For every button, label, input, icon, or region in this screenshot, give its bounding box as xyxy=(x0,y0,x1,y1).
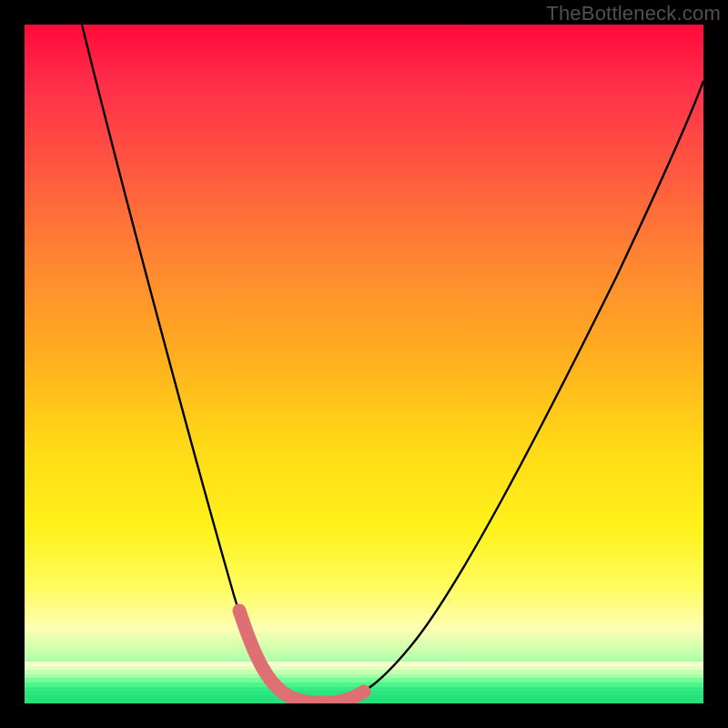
curve-svg xyxy=(25,25,703,703)
bottleneck-curve xyxy=(82,25,703,703)
watermark-text: TheBottleneck.com xyxy=(546,2,721,25)
trough-highlight xyxy=(239,611,364,703)
plot-area xyxy=(25,25,703,703)
chart-frame: TheBottleneck.com xyxy=(0,0,728,728)
